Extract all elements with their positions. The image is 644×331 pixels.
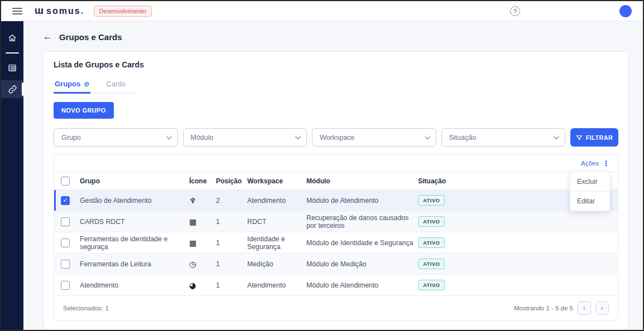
cell-situacao: ATIVO — [415, 237, 476, 248]
top-header: ɯsomus. Desenvolvimento ? — [1, 1, 643, 21]
status-badge: ATIVO — [418, 216, 445, 227]
cell-workspace: Atendimento — [244, 197, 303, 205]
kebab-menu-icon[interactable]: ⋮ — [602, 159, 610, 167]
home-icon — [8, 33, 17, 42]
col-icone: Ícone — [186, 177, 213, 185]
main-content: ← Grupos e Cards Lista de Grupos e Cards… — [23, 21, 643, 330]
cell-modulo: Módulo de Identidade e Segurança — [303, 239, 415, 247]
groups-panel: Lista de Grupos e Cards Grupos ⊘ Cards N… — [43, 51, 629, 330]
row-checkbox-cell: ✓ — [54, 196, 76, 205]
filter-button-label: FILTRAR — [586, 134, 613, 141]
sidebar-item-list[interactable] — [1, 59, 23, 77]
tab-cards[interactable]: Cards — [105, 77, 127, 94]
back-arrow-icon[interactable]: ← — [43, 31, 52, 42]
chevron-down-icon — [554, 134, 559, 139]
row-checkbox[interactable] — [61, 281, 70, 290]
cell-posicao: 2 — [213, 197, 244, 205]
table-row[interactable]: CARDS RDCT▦1RDCTRecuperação de danos cau… — [54, 211, 618, 232]
row-checkbox[interactable] — [61, 217, 70, 226]
cell-grupo: CARDS RDCT — [76, 218, 186, 226]
somus-logo: ɯsomus. — [35, 5, 84, 17]
table-footer: Selecionados: 1 Mostrando 1 - 5 de 5 ‹ › — [54, 295, 618, 320]
workspace-select-placeholder: Workspace — [320, 134, 354, 142]
filters-row: Grupo Módulo Workspace Situação — [54, 128, 618, 147]
cell-situacao: ATIVO — [415, 259, 476, 269]
status-badge: ATIVO — [418, 195, 445, 206]
row-checkbox[interactable]: ✓ — [61, 196, 70, 205]
panel-title: Lista de Grupos e Cards — [54, 60, 618, 69]
row-checkbox-cell — [54, 260, 76, 269]
cell-posicao: 1 — [213, 239, 244, 247]
row-checkbox-cell — [54, 217, 76, 226]
row-checkbox-cell — [54, 281, 76, 290]
selected-count: Selecionados: 1 — [63, 305, 109, 311]
showing-text: Mostrando 1 - 5 de 5 — [514, 305, 573, 311]
next-page-button[interactable]: › — [595, 301, 609, 315]
cell-modulo: Recuperação de danos causados por tercei… — [303, 214, 415, 230]
cell-modulo: Módulo de Atendimento — [303, 281, 415, 289]
cell-workspace: Atendimento — [244, 281, 303, 289]
new-group-button[interactable]: NOVO GRUPO — [54, 102, 114, 119]
cell-situacao: ATIVO — [415, 216, 476, 227]
page-title: ← Grupos e Cards — [43, 31, 629, 42]
modulo-select[interactable]: Módulo — [183, 128, 307, 147]
col-workspace: Workspace — [244, 177, 303, 185]
tab-cards-label: Cards — [106, 80, 126, 88]
gauge-icon: ◷ — [186, 260, 213, 269]
status-badge: ATIVO — [418, 237, 445, 248]
table-row[interactable]: Ferramentas de identidade e seguraça▦1Id… — [54, 232, 618, 253]
col-situacao: Situação — [415, 177, 476, 185]
help-icon[interactable]: ? — [510, 6, 520, 16]
qrcode-icon: ▦ — [186, 217, 213, 226]
grupo-select-placeholder: Grupo — [61, 134, 81, 142]
modulo-select-placeholder: Módulo — [191, 134, 214, 142]
sidebar-divider — [6, 52, 19, 53]
cell-posicao: 1 — [213, 281, 244, 289]
pagination: Mostrando 1 - 5 de 5 ‹ › — [514, 301, 609, 315]
row-checkbox[interactable] — [61, 238, 70, 247]
row-checkbox[interactable] — [61, 260, 70, 269]
prev-page-button[interactable]: ‹ — [578, 301, 591, 315]
tab-grupos[interactable]: Grupos ⊘ — [54, 77, 90, 94]
table-row[interactable]: Ferramentas de Leitura◷1MediçãoMódulo de… — [54, 253, 618, 274]
actions-menu-trigger[interactable]: Ações — [581, 160, 599, 167]
hamburger-menu-icon[interactable] — [12, 8, 22, 14]
cell-grupo: Ferramentas de identidade e seguraça — [76, 235, 186, 251]
cell-grupo: Atendimento — [76, 281, 186, 289]
cell-modulo: Módulo de Atendimento — [303, 197, 415, 205]
page-title-text: Grupos e Cards — [59, 32, 122, 42]
sidebar-item-home[interactable] — [1, 29, 23, 47]
col-posicao: Posição — [213, 177, 244, 185]
status-badge: ATIVO — [418, 280, 445, 290]
select-all-checkbox[interactable] — [61, 177, 70, 186]
table-actions-bar: Ações ⋮ — [54, 155, 618, 172]
list-icon — [8, 64, 17, 72]
chevron-down-icon — [424, 134, 430, 139]
logo-mark: ɯ — [35, 5, 44, 17]
table-header-row: Grupo Ícone Posição Workspace Módulo Sit… — [54, 172, 618, 189]
grupo-select[interactable]: Grupo — [54, 128, 178, 147]
app-window: ɯsomus. Desenvolvimento ? ← Grupos e Car… — [0, 0, 644, 331]
status-badge: ATIVO — [418, 259, 445, 269]
menu-item-excluir[interactable]: Excluir — [570, 172, 609, 191]
table-row[interactable]: ✓Gestão de Atendimento♆2AtendimentoMódul… — [54, 189, 618, 211]
sidebar-item-links[interactable] — [1, 80, 23, 98]
usb-icon: ♆ — [186, 196, 213, 205]
tab-grupos-label: Grupos — [55, 80, 80, 88]
funnel-icon — [576, 134, 583, 141]
col-grupo: Grupo — [76, 177, 186, 185]
situacao-select[interactable]: Situação — [441, 128, 566, 147]
user-avatar[interactable] — [619, 5, 632, 17]
cell-posicao: 1 — [213, 260, 244, 268]
tabs-bar: Grupos ⊘ Cards — [54, 76, 134, 94]
qrcode-icon: ▦ — [186, 238, 213, 247]
sidebar-nav — [1, 21, 23, 330]
menu-item-editar[interactable]: Editar — [570, 191, 609, 211]
table-row[interactable]: Atendimento◕1AtendimentoMódulo de Atendi… — [54, 274, 618, 295]
workspace-select[interactable]: Workspace — [312, 128, 436, 147]
logo-text: somus — [46, 6, 81, 16]
slashed-circle-icon: ⊘ — [84, 80, 89, 88]
filter-button[interactable]: FILTRAR — [570, 128, 618, 147]
cell-situacao: ATIVO — [415, 280, 476, 290]
cell-grupo: Ferramentas de Leitura — [76, 260, 186, 268]
